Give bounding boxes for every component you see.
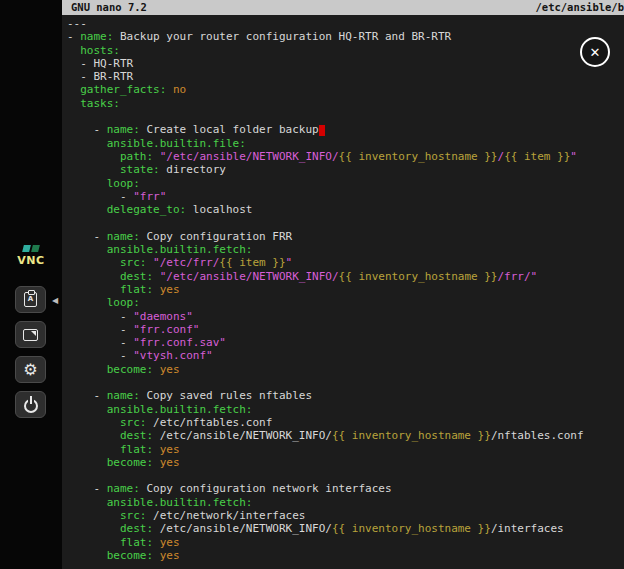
editor-line: become: yes — [67, 549, 624, 562]
editor-line: state: directory — [67, 163, 624, 176]
editor-line: hosts: — [67, 44, 624, 57]
editor-line: dest: "/etc/ansible/NETWORK_INFO/{{ inve… — [67, 270, 624, 283]
editor-line: dest: /etc/ansible/NETWORK_INFO/{{ inven… — [67, 429, 624, 442]
terminal-window: GNU nano 7.2 /etc/ansible/b ---- name: B… — [62, 0, 624, 569]
editor-line: ansible.builtin.fetch: — [67, 243, 624, 256]
fullscreen-icon — [23, 329, 38, 341]
editor-line: become: yes — [67, 363, 624, 376]
editor-line: src: /etc/nftables.conf — [67, 416, 624, 429]
editor-line: src: /etc/network/interfaces — [67, 509, 624, 522]
editor-line: become: yes — [67, 456, 624, 469]
editor-line: - name: Copy saved rules nftables — [67, 389, 624, 402]
editor-line: loop: — [67, 296, 624, 309]
editor-line: flat: yes — [67, 443, 624, 456]
editor-line: loop: — [67, 177, 624, 190]
editor-line: - "frr" — [67, 190, 624, 203]
editor-line — [67, 469, 624, 482]
editor-line: gather_facts: no — [67, 83, 624, 96]
fullscreen-button[interactable] — [15, 321, 46, 348]
vnc-logo-mark-icon — [23, 245, 39, 252]
nano-version-label: GNU nano 7.2 — [71, 0, 147, 15]
editor-line: ansible.builtin.fetch: — [67, 403, 624, 416]
editor-line: path: "/etc/ansible/NETWORK_INFO/{{ inve… — [67, 150, 624, 163]
settings-button[interactable]: ⚙ — [15, 356, 46, 383]
clipboard-button[interactable]: A — [15, 286, 46, 313]
editor-line: - "frr.conf.sav" — [67, 336, 624, 349]
clipboard-icon: A — [24, 292, 37, 307]
power-button[interactable] — [15, 391, 46, 418]
editor-line: - name: Copy configuration FRR — [67, 230, 624, 243]
editor-line: tasks: — [67, 97, 624, 110]
editor-line: flat: yes — [67, 283, 624, 296]
editor-line: ansible.builtin.file: — [67, 137, 624, 150]
editor-line: - "frr.conf" — [67, 323, 624, 336]
file-path-label: /etc/ansible/b — [535, 0, 624, 15]
sidebar-collapse-handle[interactable]: ◀ — [49, 288, 61, 312]
editor-line: - name: Create local folder backup — [67, 123, 624, 136]
editor-line: - name: Copy configuration network inter… — [67, 482, 624, 495]
editor-line: - "vtysh.conf" — [67, 349, 624, 362]
power-icon — [24, 399, 38, 413]
vnc-control-sidebar: VNC A ⚙ ◀ — [0, 0, 62, 569]
editor-content[interactable]: ---- name: Backup your router configurat… — [62, 15, 624, 562]
text-cursor — [319, 125, 325, 136]
editor-line — [67, 376, 624, 389]
editor-line: - HQ-RTR — [67, 57, 624, 70]
editor-line: ansible.builtin.fetch: — [67, 496, 624, 509]
vnc-logo-text: VNC — [17, 254, 44, 267]
editor-line: src: "/etc/frr/{{ item }}" — [67, 256, 624, 269]
gear-icon: ⚙ — [23, 362, 37, 378]
vnc-logo: VNC — [0, 245, 62, 267]
editor-line: delegate_to: localhost — [67, 203, 624, 216]
editor-line: dest: /etc/ansible/NETWORK_INFO/{{ inven… — [67, 522, 624, 535]
screen: VNC A ⚙ ◀ GNU nano 7.2 /etc/ansible/b --… — [0, 0, 624, 569]
editor-line: --- — [67, 17, 624, 30]
nano-titlebar: GNU nano 7.2 /etc/ansible/b — [62, 0, 624, 15]
editor-line — [67, 216, 624, 229]
close-button[interactable]: ✕ — [580, 37, 610, 67]
editor-line: - BR-RTR — [67, 70, 624, 83]
close-icon: ✕ — [590, 46, 601, 59]
editor-line: - name: Backup your router configuration… — [67, 30, 624, 43]
editor-line — [67, 110, 624, 123]
editor-line: - "daemons" — [67, 310, 624, 323]
editor-line: flat: yes — [67, 536, 624, 549]
